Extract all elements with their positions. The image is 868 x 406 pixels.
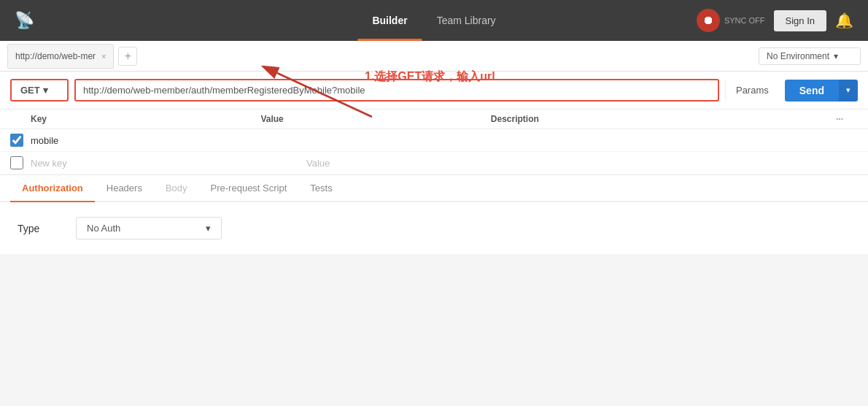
request-tab-label: http://demo/web-mer	[15, 51, 96, 61]
sync-icon: ⏺	[697, 9, 720, 32]
tab-team-library[interactable]: Team Library	[422, 0, 511, 41]
annotation-text: 1.选择GET请求，输入url	[365, 69, 495, 85]
tab-headers[interactable]: Headers	[95, 175, 154, 201]
description-column-header: Description	[491, 114, 836, 124]
auth-section: Type No Auth ▾	[0, 202, 868, 254]
param-key[interactable]: mobile	[31, 135, 306, 146]
top-navigation: 📡 Builder Team Library ⏺ SYNC OFF Sign I…	[0, 0, 868, 41]
new-param-value[interactable]: Value	[306, 158, 582, 169]
environment-selector[interactable]: No Environment ▾	[759, 47, 861, 65]
sync-label: SYNC OFF	[724, 16, 765, 25]
row-checkbox[interactable]	[10, 134, 23, 147]
table-row: mobile	[0, 129, 868, 152]
tab-pre-request-script[interactable]: Pre-request Script	[199, 175, 299, 201]
params-table: Key Value Description ··· mobile New key…	[0, 110, 868, 175]
send-button[interactable]: Send	[785, 80, 839, 102]
new-param-row: New key Value	[0, 152, 868, 175]
more-options-icon: ···	[836, 114, 858, 124]
tab-tests[interactable]: Tests	[298, 175, 344, 201]
value-column-header: Value	[260, 114, 490, 124]
sync-area: ⏺ SYNC OFF	[697, 9, 765, 32]
request-tab-bar: http://demo/web-mer × + No Environment ▾	[0, 41, 868, 72]
chevron-down-icon: ▾	[834, 51, 838, 61]
auth-type-value: No Auth	[87, 223, 120, 234]
send-dropdown-button[interactable]: ▾	[839, 80, 858, 102]
bottom-tabs: Authorization Headers Body Pre-request S…	[0, 175, 868, 202]
key-column-header: Key	[10, 114, 260, 124]
close-tab-button[interactable]: ×	[101, 52, 106, 61]
params-table-header: Key Value Description ···	[0, 110, 868, 129]
chevron-down-icon: ▾	[206, 223, 211, 234]
signin-button[interactable]: Sign In	[774, 10, 826, 31]
add-tab-button[interactable]: +	[118, 47, 137, 66]
bell-icon[interactable]: 🔔	[835, 12, 853, 29]
auth-type-selector[interactable]: No Auth ▾	[76, 217, 222, 240]
satellite-icon[interactable]: 📡	[15, 11, 34, 30]
nav-right-area: ⏺ SYNC OFF Sign In 🔔	[697, 9, 853, 32]
params-button[interactable]: Params	[725, 80, 779, 101]
new-param-key[interactable]: New key	[31, 158, 306, 169]
request-tab[interactable]: http://demo/web-mer ×	[7, 44, 114, 69]
tab-body[interactable]: Body	[154, 175, 199, 201]
auth-type-label: Type	[18, 223, 61, 234]
nav-tabs: Builder Team Library	[357, 0, 510, 41]
send-area: Send ▾	[785, 80, 858, 102]
tab-authorization[interactable]: Authorization	[10, 175, 95, 201]
method-selector[interactable]: GET ▾	[10, 79, 69, 102]
tab-builder[interactable]: Builder	[357, 0, 422, 41]
chevron-down-icon: ▾	[43, 85, 48, 96]
new-row-checkbox[interactable]	[10, 156, 23, 169]
